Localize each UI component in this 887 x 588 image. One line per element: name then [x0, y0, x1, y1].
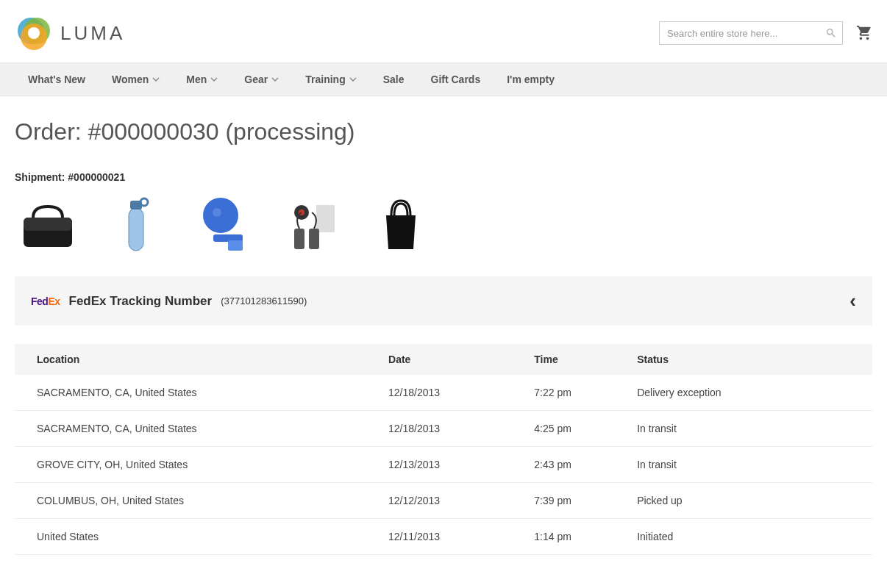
table-row: GROVE CITY, OH, United States12/13/20132… — [15, 447, 872, 483]
nav-item-gift-cards[interactable]: Gift Cards — [418, 63, 494, 96]
nav-item-label: Women — [112, 74, 149, 85]
tracking-events-table: Location Date Time Status SACRAMENTO, CA… — [15, 344, 872, 555]
chevron-down-icon — [210, 76, 218, 83]
svg-point-10 — [203, 198, 238, 233]
chevron-down-icon — [349, 76, 357, 83]
nav-item-what-s-new[interactable]: What's New — [15, 63, 99, 96]
nav-item-label: Gear — [244, 74, 268, 85]
nav-item-label: Men — [186, 74, 207, 85]
tracking-accordion-header[interactable]: FedEx FedEx Tracking Number (37710128361… — [15, 276, 872, 326]
svg-point-3 — [28, 27, 40, 39]
cell-date: 12/13/2013 — [366, 447, 512, 483]
tracking-carrier-label: FedEx Tracking Number — [69, 294, 213, 309]
cell-time: 7:22 pm — [512, 375, 615, 411]
page-title: Order: #000000030 (processing) — [15, 118, 872, 146]
search-icon[interactable] — [825, 27, 837, 39]
cell-location: SACRAMENTO, CA, United States — [15, 375, 366, 411]
product-thumb-yoga-kit[interactable] — [191, 192, 257, 258]
cell-date: 12/18/2013 — [366, 411, 512, 447]
cell-status: Initiated — [615, 519, 872, 555]
cell-time: 4:25 pm — [512, 411, 615, 447]
header-actions — [659, 21, 872, 45]
chevron-down-icon — [152, 76, 160, 83]
nav-item-label: I'm empty — [507, 74, 555, 85]
cart-icon[interactable] — [856, 25, 872, 41]
cell-time: 1:14 pm — [512, 519, 615, 555]
cell-status: Picked up — [615, 483, 872, 519]
table-row: United States12/11/20131:14 pmInitiated — [15, 519, 872, 555]
product-thumb-accessory-set[interactable] — [279, 192, 346, 258]
column-location: Location — [15, 344, 366, 375]
logo-text: LUMA — [60, 22, 125, 45]
nav-item-training[interactable]: Training — [292, 63, 369, 96]
cell-status: In transit — [615, 411, 872, 447]
chevron-down-icon — [271, 76, 279, 83]
cell-status: Delivery exception — [615, 375, 872, 411]
cell-location: SACRAMENTO, CA, United States — [15, 411, 366, 447]
table-row: SACRAMENTO, CA, United States12/18/20134… — [15, 411, 872, 447]
nav-item-label: Gift Cards — [431, 74, 481, 85]
product-thumb-water-bottle[interactable] — [103, 192, 169, 258]
svg-point-9 — [140, 198, 148, 206]
cell-location: GROVE CITY, OH, United States — [15, 447, 366, 483]
cell-date: 12/11/2013 — [366, 519, 512, 555]
nav-item-men[interactable]: Men — [173, 63, 231, 96]
logo-mark — [15, 15, 51, 51]
table-row: COLUMBUS, OH, United States12/12/20137:3… — [15, 483, 872, 519]
main-content: Order: #000000030 (processing) Shipment:… — [0, 96, 887, 584]
search-input[interactable] — [659, 21, 843, 45]
svg-rect-5 — [24, 218, 72, 231]
cell-location: COLUMBUS, OH, United States — [15, 483, 366, 519]
tracking-number: (377101283611590) — [221, 295, 307, 306]
chevron-left-icon: ‹ — [849, 290, 856, 312]
svg-rect-13 — [228, 240, 243, 251]
site-header: LUMA — [0, 0, 887, 62]
nav-item-label: Sale — [383, 74, 405, 85]
search-box — [659, 21, 843, 45]
svg-rect-6 — [129, 208, 143, 251]
cell-status: In transit — [615, 447, 872, 483]
nav-item-gear[interactable]: Gear — [231, 63, 292, 96]
cell-time: 2:43 pm — [512, 447, 615, 483]
nav-item-label: Training — [305, 74, 345, 85]
nav-item-label: What's New — [28, 74, 85, 85]
cell-date: 12/18/2013 — [366, 375, 512, 411]
logo[interactable]: LUMA — [15, 15, 125, 51]
product-thumbnails — [15, 192, 872, 258]
svg-rect-17 — [309, 229, 319, 249]
product-thumb-tote-bag[interactable] — [368, 192, 434, 258]
column-time: Time — [512, 344, 615, 375]
nav-item-women[interactable]: Women — [99, 63, 173, 96]
table-row: SACRAMENTO, CA, United States12/18/20137… — [15, 375, 872, 411]
cell-time: 7:39 pm — [512, 483, 615, 519]
nav-item-i-m-empty[interactable]: I'm empty — [494, 63, 568, 96]
shipment-label: Shipment: #000000021 — [15, 171, 872, 183]
cell-location: United States — [15, 519, 366, 555]
svg-rect-16 — [294, 229, 304, 249]
product-thumb-messenger-bag[interactable] — [15, 192, 81, 258]
main-nav: What's NewWomenMenGearTrainingSaleGift C… — [0, 62, 887, 96]
svg-point-11 — [213, 208, 221, 217]
cell-date: 12/12/2013 — [366, 483, 512, 519]
column-status: Status — [615, 344, 872, 375]
column-date: Date — [366, 344, 512, 375]
nav-item-sale[interactable]: Sale — [370, 63, 418, 96]
fedex-logo-icon: FedEx — [31, 295, 60, 307]
